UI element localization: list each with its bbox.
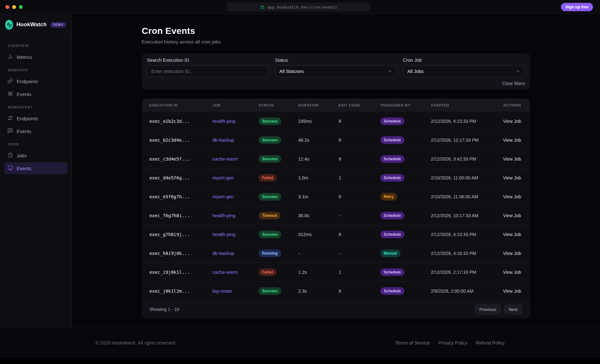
sidebar-item-label: Jobs (17, 153, 27, 158)
actions-cell: View Job (500, 213, 521, 218)
showing-range: Showing 1 - 10 (150, 307, 179, 312)
exit-code-cell: 0 (339, 119, 380, 124)
job-link[interactable]: report-gen (213, 175, 259, 180)
sidebar-item-webhook-endpoints[interactable]: Endpoints (4, 75, 67, 87)
duration-cell: 30.0s (298, 213, 339, 218)
table-row: exec_e5f6g7h...report-genSuccess3.1m0Ret… (142, 187, 530, 206)
execution-id-cell: exec_d4e5f6g... (150, 175, 213, 180)
trigger-cell: Schedule (380, 268, 431, 276)
main-area: Cron Events Execution history across all… (72, 14, 600, 327)
sidebar-item-websocket-events[interactable]: Events (4, 125, 67, 137)
status-badge: Timeout (259, 212, 280, 219)
job-link[interactable]: db-backup (213, 251, 259, 256)
view-job-link[interactable]: View Job (503, 232, 521, 237)
started-cell: 2/12/2026, 4:16:33 PM (431, 251, 500, 256)
view-job-link[interactable]: View Job (503, 138, 521, 143)
job-link[interactable]: cache-warm (213, 270, 259, 275)
clear-filters-button[interactable]: Clear filters (502, 81, 525, 86)
trigger-cell: Schedule (380, 117, 431, 125)
status-select[interactable]: All Statuses (275, 65, 397, 77)
table-row: exec_g7h8i9j...health-pingSuccess312ms0S… (142, 225, 530, 244)
minimize-window-button[interactable] (12, 5, 16, 9)
cron-job-select[interactable]: All Jobs (403, 65, 525, 77)
view-job-link[interactable]: View Job (503, 156, 521, 162)
address-bar[interactable]: app.hookwatch.dev/cron/events (227, 3, 370, 12)
sidebar-item-websocket-endpoints[interactable]: Endpoints (4, 112, 67, 124)
job-link[interactable]: cache-warm (213, 156, 259, 162)
chevron-down-icon (388, 69, 393, 74)
exit-code-cell: 0 (339, 138, 380, 143)
status-badge: Success (259, 136, 281, 144)
duration-cell: 2.3s (298, 289, 339, 294)
trigger-badge: Schedule (380, 136, 404, 144)
monitor-icon (7, 165, 13, 172)
job-link[interactable]: log-rotate (213, 289, 259, 294)
actions-cell: View Job (500, 156, 521, 162)
column-header: TRIGGERED BY (380, 103, 431, 107)
status-badge: Success (259, 117, 281, 125)
table-row: exec_i9j0k1l...cache-warmFailed1.2s1Sche… (142, 263, 530, 281)
execution-id-cell: exec_b2c3d4e... (150, 138, 213, 143)
duration-cell: 3.1m (298, 194, 339, 199)
trigger-badge: Schedule (380, 117, 404, 125)
duration-cell: 12.4s (298, 156, 339, 162)
previous-page-button[interactable]: Previous (474, 304, 501, 315)
sidebar-item-cron-events[interactable]: Events (4, 162, 67, 174)
sidebar-item-cron-jobs[interactable]: Jobs (4, 149, 67, 162)
view-job-link[interactable]: View Job (503, 251, 521, 256)
table-row: exec_b2c3d4e...db-backupSuccess48.2s0Sch… (142, 131, 530, 149)
lock-icon (260, 5, 264, 9)
duration-cell: - (298, 251, 339, 256)
cron-job-filter: Cron Job All Jobs (403, 58, 525, 77)
sidebar-item-overview-metrics[interactable]: Metrics (4, 51, 67, 63)
trigger-badge: Schedule (380, 268, 404, 276)
footer-link-refund-policy[interactable]: Refund Policy (476, 340, 505, 345)
execution-id-cell: exec_g7h8i9j... (150, 232, 213, 237)
footer-link-terms-of-service[interactable]: Terms of Service (395, 340, 430, 345)
close-window-button[interactable] (5, 5, 9, 9)
job-link[interactable]: health-ping (213, 119, 259, 124)
sidebar-nav: OVERVIEWMetricsWEBHOOKEndpointsEventsWEB… (0, 36, 71, 175)
exit-code-cell: - (339, 251, 380, 256)
sidebar-item-webhook-events[interactable]: Events (4, 88, 67, 100)
footer-link-privacy-policy[interactable]: Privacy Policy (438, 340, 467, 345)
view-job-link[interactable]: View Job (503, 213, 521, 218)
maximize-window-button[interactable] (19, 5, 23, 9)
browser-topbar: app.hookwatch.dev/cron/events Sign up fr… (0, 0, 600, 14)
job-link[interactable]: health-ping (213, 213, 259, 218)
status-cell: Failed (259, 174, 298, 182)
status-select-value: All Statuses (280, 69, 304, 74)
nav-section-label: CRON (8, 142, 64, 146)
view-job-link[interactable]: View Job (503, 289, 521, 294)
view-job-link[interactable]: View Job (503, 119, 521, 124)
job-link[interactable]: health-ping (213, 232, 259, 237)
status-cell: Success (259, 193, 298, 201)
execution-id-cell: exec_h8i9j0k... (150, 251, 213, 256)
view-job-link[interactable]: View Job (503, 194, 521, 199)
search-input[interactable] (147, 65, 269, 77)
sidebar-item-label: Events (17, 91, 31, 97)
view-job-link[interactable]: View Job (503, 270, 521, 275)
exit-code-cell: - (339, 213, 380, 218)
job-link[interactable]: db-backup (213, 138, 259, 143)
started-cell: 2/12/2026, 4:15:33 PM (431, 119, 500, 124)
actions-cell: View Job (500, 175, 521, 181)
view-job-link[interactable]: View Job (503, 175, 521, 180)
column-header: JOB (213, 103, 259, 107)
sign-up-button[interactable]: Sign up free (561, 3, 593, 11)
table-body: exec_a1b2c3d...health-pingSuccess245ms0S… (142, 112, 530, 300)
duration-cell: 245ms (298, 119, 339, 124)
trigger-badge: Schedule (380, 212, 404, 219)
sidebar-item-label: Endpoints (17, 79, 38, 84)
bottom-strip (0, 358, 600, 364)
next-page-button[interactable]: Next (504, 304, 523, 315)
execution-id-cell: exec_e5f6g7h... (150, 194, 213, 199)
cron-job-label: Cron Job (403, 58, 525, 63)
job-link[interactable]: report-gen (213, 194, 259, 199)
column-header: EXECUTION ID (150, 103, 213, 107)
execution-id-cell: exec_c3d4e5f... (150, 156, 213, 162)
execution-id-cell: exec_j0k1l2m... (150, 289, 213, 294)
demo-badge: DEMO (50, 22, 66, 28)
status-badge: Failed (259, 174, 277, 182)
trigger-cell: Retry (380, 193, 431, 201)
